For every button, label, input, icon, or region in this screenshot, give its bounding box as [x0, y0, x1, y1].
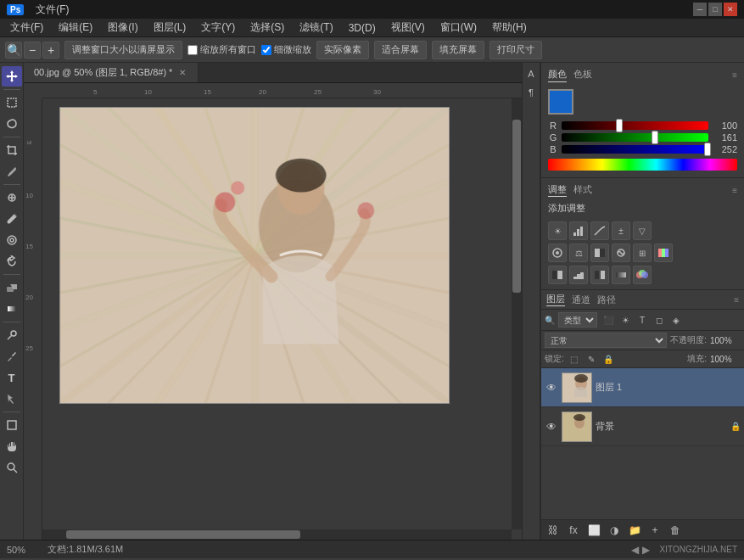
shape-tool[interactable] [2, 415, 22, 435]
channels-tab[interactable]: 通道 [572, 294, 590, 306]
menu-window[interactable]: 窗口(W) [434, 19, 484, 36]
path-select-tool[interactable] [2, 389, 22, 409]
menu-file[interactable]: 文件(F) [29, 1, 76, 19]
minimize-button[interactable]: ─ [693, 3, 707, 16]
selection-tool[interactable] [2, 92, 22, 113]
color-tab[interactable]: 颜色 [548, 68, 567, 82]
actual-pixels-button[interactable]: 实际像素 [316, 41, 369, 59]
dodge-tool[interactable] [2, 325, 22, 345]
eyedropper-tool[interactable] [2, 161, 22, 182]
heal-tool[interactable] [2, 188, 22, 208]
curves-adjust-icon[interactable] [590, 221, 609, 240]
green-slider-thumb[interactable] [652, 131, 658, 144]
zoom-out-button[interactable]: − [24, 42, 41, 59]
adjustment-layer-button[interactable]: ◑ [606, 522, 623, 539]
crop-tool[interactable] [2, 140, 22, 160]
panel-menu-icon[interactable]: ≡ [732, 70, 737, 80]
foreground-color-swatch[interactable] [548, 89, 573, 115]
menu-view[interactable]: 视图(V) [384, 19, 432, 36]
blend-mode-select[interactable]: 正常 [545, 333, 667, 348]
color-spectrum[interactable] [548, 159, 737, 171]
hand-tool[interactable] [2, 436, 22, 456]
menu-3d[interactable]: 3D(D) [342, 20, 383, 36]
menu-help[interactable]: 帮助(H) [485, 19, 534, 36]
tab-close-button[interactable]: ✕ [177, 67, 187, 78]
status-nav-left[interactable]: ◀ [631, 544, 639, 556]
invert-icon[interactable] [548, 266, 567, 284]
canvas-viewport[interactable]: 5 10 15 20 25 30 5 10 15 20 25 [24, 83, 522, 540]
type-filter-icon[interactable]: T [635, 312, 650, 328]
zoom-tool[interactable] [2, 457, 22, 478]
clone-tool[interactable] [2, 230, 22, 250]
status-nav-right[interactable]: ▶ [642, 544, 650, 556]
delete-layer-button[interactable]: 🗑 [667, 522, 684, 539]
link-layers-button[interactable]: ⛓ [545, 522, 562, 539]
layer-background-item[interactable]: 👁 背景 🔒 [541, 407, 744, 446]
smart-filter-icon[interactable]: ◈ [668, 312, 684, 328]
red-slider-thumb[interactable] [616, 119, 623, 132]
lock-position-icon[interactable]: ✎ [585, 352, 598, 366]
hue-sat-icon[interactable] [548, 244, 567, 262]
colormatch-icon[interactable] [654, 244, 673, 262]
fit-window-button[interactable]: 调整窗口大小以满屏显示 [64, 41, 182, 59]
photofilter-icon[interactable] [612, 244, 630, 262]
layer-mask-button[interactable]: ⬜ [585, 522, 602, 539]
green-slider[interactable] [562, 133, 708, 142]
opacity-value[interactable]: 100% [710, 336, 741, 345]
scroll-thumb-horizontal[interactable] [66, 530, 301, 539]
adjust-panel-menu[interactable]: ≡ [732, 186, 737, 195]
maximize-button[interactable]: □ [708, 3, 722, 16]
red-slider[interactable] [562, 121, 708, 130]
history-brush-tool[interactable] [2, 251, 22, 272]
fine-zoom-checkbox[interactable]: 细微缩放 [261, 43, 311, 56]
gradient-tool[interactable] [2, 299, 22, 319]
move-tool[interactable] [2, 66, 22, 87]
bw-icon[interactable] [590, 244, 609, 262]
lock-pixels-icon[interactable]: ⬚ [568, 352, 581, 366]
pixel-filter-icon[interactable]: ⬛ [601, 312, 616, 328]
menu-image[interactable]: 图像(I) [101, 19, 144, 36]
text-tool[interactable]: T [2, 367, 22, 388]
layer-visibility-icon[interactable]: 👁 [545, 381, 558, 395]
layer-group-button[interactable]: 📁 [626, 522, 643, 539]
shape-filter-icon[interactable]: ◻ [652, 312, 667, 328]
menu-text[interactable]: 文字(Y) [194, 19, 242, 36]
gradientmap-icon[interactable] [612, 266, 630, 284]
all-windows-checkbox[interactable]: 缩放所有窗口 [187, 43, 256, 56]
scrollbar-vertical[interactable] [512, 98, 522, 529]
layers-panel-menu[interactable]: ≡ [734, 295, 739, 305]
menu-select[interactable]: 选择(S) [243, 19, 291, 36]
brush-tool[interactable] [2, 209, 22, 229]
blue-slider[interactable] [562, 145, 708, 154]
lasso-tool[interactable] [2, 114, 22, 134]
colorbalance-icon[interactable]: ⚖ [569, 244, 588, 262]
scrollbar-horizontal[interactable] [42, 529, 512, 540]
adjustment-filter-icon[interactable]: ☀ [618, 312, 633, 328]
vibrance-adjust-icon[interactable]: ▽ [633, 221, 652, 240]
adjustments-tab[interactable]: 调整 [548, 183, 567, 197]
exposure-adjust-icon[interactable]: ± [612, 221, 630, 240]
layer-style-button[interactable]: fx [565, 522, 582, 539]
char-icon[interactable]: ¶ [523, 85, 539, 100]
lock-all-icon[interactable]: 🔒 [601, 352, 615, 366]
brightness-adjust-icon[interactable]: ☀ [548, 221, 567, 240]
menu-file[interactable]: 文件(F) [3, 19, 50, 36]
print-size-button[interactable]: 打印尺寸 [489, 41, 542, 59]
selective-color-icon[interactable] [633, 266, 652, 284]
art-board-icon[interactable]: A [523, 66, 539, 81]
swatches-tab[interactable]: 色板 [573, 68, 592, 82]
posterize-icon[interactable] [569, 266, 588, 284]
document-tab[interactable]: 00.jpg @ 50% (图层 1, RGB/8#) * ✕ [24, 63, 199, 82]
new-layer-button[interactable]: + [646, 522, 663, 539]
fill-screen-button[interactable]: 填充屏幕 [432, 41, 484, 59]
menu-layer[interactable]: 图层(L) [147, 19, 193, 36]
fit-screen-button[interactable]: 适合屏幕 [374, 41, 427, 59]
zoom-in-button[interactable]: + [42, 42, 59, 59]
layer-type-select[interactable]: 类型 [558, 312, 597, 328]
close-button[interactable]: ✕ [724, 3, 737, 16]
layers-tab[interactable]: 图层 [546, 293, 565, 306]
threshold-icon[interactable] [590, 266, 609, 284]
layer-item[interactable]: 👁 图层 1 [541, 368, 744, 407]
paths-tab[interactable]: 路径 [597, 294, 616, 306]
layer-bg-visibility-icon[interactable]: 👁 [545, 420, 558, 434]
